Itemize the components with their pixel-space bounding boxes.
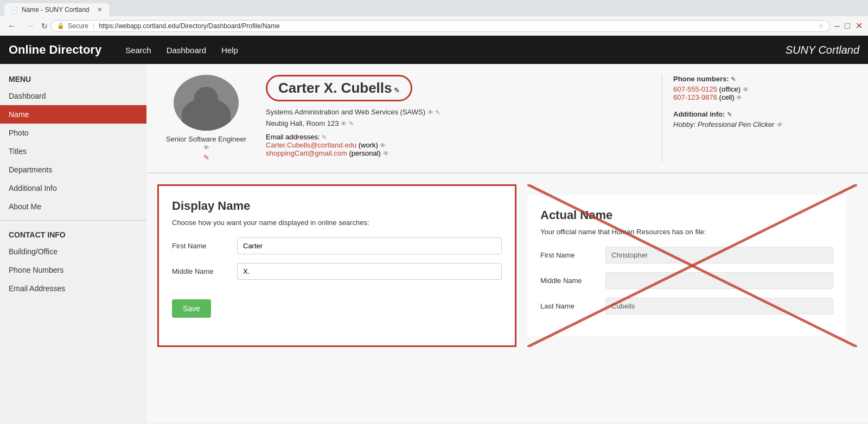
first-name-input[interactable] — [237, 237, 502, 254]
profile-section: Senior Software Engineer 👁 ✎ Carter X. C… — [146, 64, 868, 174]
actual-name-description: Your official name that Human Resources … — [540, 228, 833, 236]
email-personal-visibility[interactable]: 👁 — [383, 150, 389, 157]
refresh-button[interactable]: ↻ — [41, 22, 48, 30]
maximize-button[interactable]: □ — [844, 20, 851, 32]
sidebar-item-dashboard[interactable]: Dashboard — [0, 87, 146, 105]
sidebar-item-photo[interactable]: Photo — [0, 124, 146, 142]
location-edit-icon[interactable]: ✎ — [349, 120, 354, 127]
additional-info-label: Additional info: ✎ — [673, 110, 852, 118]
browser-tab[interactable]: 📄 Name - SUNY Cortland ✕ — [4, 3, 109, 16]
actual-first-name-input — [605, 247, 833, 264]
email-personal[interactable]: shoppingCart@gmail.com — [266, 149, 347, 157]
actual-first-name-label: First Name — [540, 251, 605, 259]
nav-dashboard[interactable]: Dashboard — [159, 37, 214, 63]
menu-title: MENU — [0, 69, 146, 87]
sidebar-item-name[interactable]: Name — [0, 105, 146, 124]
sidebar-divider — [0, 220, 146, 221]
first-name-label: First Name — [172, 242, 237, 250]
edit-job-title-icon[interactable]: ✎ — [203, 153, 209, 162]
middle-name-row: Middle Name — [172, 263, 502, 280]
hobby-text: Hobby: Professional Pen Clicker 👁 — [673, 120, 852, 129]
forward-button[interactable]: → — [23, 20, 38, 32]
middle-name-label: Middle Name — [172, 267, 237, 275]
actual-name-wrapper: Actual Name Your official name that Huma… — [527, 184, 857, 347]
actual-last-name-label: Last Name — [540, 302, 605, 310]
sidebar-item-titles[interactable]: Titles — [0, 142, 146, 160]
job-title-visibility-icon[interactable]: 👁 — [203, 144, 209, 151]
phone-cell-visibility[interactable]: 👁 — [736, 94, 742, 101]
phone-office-visibility[interactable]: 👁 — [743, 86, 749, 93]
job-title-text: Senior Software Engineer — [166, 135, 246, 143]
additional-info-section: Additional info: ✎ Hobby: Professional P… — [673, 110, 852, 129]
content-area: Senior Software Engineer 👁 ✎ Carter X. C… — [146, 64, 868, 423]
profile-name: Carter X. Cubells — [278, 80, 392, 96]
edit-name-icon[interactable]: ✎ — [394, 86, 400, 94]
phone-edit-icon[interactable]: ✎ — [731, 76, 736, 82]
nav-search[interactable]: Search — [118, 37, 159, 63]
site-title[interactable]: Online Directory — [9, 43, 101, 57]
actual-middle-name-input — [605, 272, 833, 289]
email-section-edit-icon[interactable]: ✎ — [322, 134, 327, 140]
phone-section: Phone numbers: ✎ 607-555-0125 (office) 👁… — [673, 75, 852, 101]
phone-office: 607-555-0125 (office) 👁 — [673, 85, 852, 93]
actual-middle-name-label: Middle Name — [540, 277, 605, 285]
profile-name-box: Carter X. Cubells ✎ — [266, 75, 412, 101]
lock-icon: 🔒 — [57, 22, 65, 29]
contact-info-title: CONTACT INFO — [0, 225, 146, 242]
profile-location: Neubig Hall, Room 123 👁 ✎ — [266, 119, 646, 127]
sidebar: MENU Dashboard Name Photo Titles Departm… — [0, 64, 146, 423]
actual-last-name-input — [605, 298, 833, 314]
additional-info-edit-icon[interactable]: ✎ — [727, 111, 732, 118]
browser-actions: – □ ✕ — [833, 20, 864, 32]
email-work-visibility[interactable]: 👁 — [380, 142, 386, 149]
minimize-button[interactable]: – — [833, 20, 840, 32]
url-input[interactable] — [99, 22, 815, 30]
sidebar-item-departments[interactable]: Departments — [0, 160, 146, 179]
site-logo: SUNY Cortland — [786, 44, 859, 56]
sidebar-item-phone-numbers[interactable]: Phone Numbers — [0, 261, 146, 279]
actual-name-form: Actual Name Your official name that Huma… — [527, 195, 846, 336]
back-button[interactable]: ← — [4, 20, 20, 32]
secure-label: Secure — [68, 22, 88, 30]
phone-label: Phone numbers: ✎ — [673, 75, 852, 83]
nav-links: Search Dashboard Help — [118, 37, 246, 63]
actual-name-title: Actual Name — [540, 208, 833, 222]
avatar-body — [182, 98, 231, 131]
middle-name-input[interactable] — [237, 263, 502, 280]
forms-section: Display Name Choose how you want your na… — [146, 174, 868, 358]
dept-edit-icon[interactable]: ✎ — [435, 109, 440, 115]
hobby-value: Professional Pen Clicker — [698, 120, 775, 129]
profile-right: Phone numbers: ✎ 607-555-0125 (office) 👁… — [662, 75, 852, 162]
browser-toolbar: ← → ↻ 🔒 Secure | ☆ – □ ✕ — [0, 16, 868, 36]
display-name-form: Display Name Choose how you want your na… — [157, 184, 516, 347]
tab-close-button[interactable]: ✕ — [97, 6, 103, 14]
actual-last-name-row: Last Name — [540, 298, 833, 314]
sidebar-item-about-me[interactable]: About Me — [0, 197, 146, 216]
close-window-button[interactable]: ✕ — [854, 20, 864, 32]
sidebar-item-email-addresses[interactable]: Email Addresses — [0, 279, 146, 298]
browser-chrome: 📄 Name - SUNY Cortland ✕ — [0, 0, 868, 16]
email-work[interactable]: Carter.Cubells@cortland.edu — [266, 141, 356, 149]
display-name-title: Display Name — [172, 199, 502, 213]
address-bar: 🔒 Secure | ☆ — [51, 20, 830, 32]
phone-cell: 607-123-9876 (cell) 👁 — [673, 93, 852, 101]
edit-job-title-link[interactable]: ✎ — [203, 153, 209, 162]
profile-info: Carter X. Cubells ✎ Systems Administrati… — [266, 75, 646, 162]
url-separator: | — [93, 22, 94, 30]
bookmark-icon[interactable]: ☆ — [818, 22, 824, 30]
top-navigation: Online Directory Search Dashboard Help S… — [0, 36, 868, 64]
sidebar-item-additional-info[interactable]: Additional Info — [0, 179, 146, 197]
tab-title: Name - SUNY Cortland — [22, 6, 90, 14]
actual-middle-name-row: Middle Name — [540, 272, 833, 289]
sidebar-item-building-office[interactable]: Building/Office — [0, 242, 146, 261]
main-wrapper: MENU Dashboard Name Photo Titles Departm… — [0, 64, 868, 423]
tab-icon: 📄 — [11, 7, 18, 14]
hobby-label: Hobby: — [673, 120, 695, 129]
nav-help[interactable]: Help — [214, 37, 246, 63]
location-visibility-icon[interactable]: 👁 — [341, 120, 347, 127]
profile-avatar: Senior Software Engineer 👁 ✎ — [163, 75, 250, 162]
save-button[interactable]: Save — [172, 299, 211, 318]
hobby-visibility[interactable]: 👁 — [776, 121, 782, 128]
avatar-image — [174, 75, 239, 131]
dept-visibility-icon[interactable]: 👁 — [427, 109, 433, 115]
